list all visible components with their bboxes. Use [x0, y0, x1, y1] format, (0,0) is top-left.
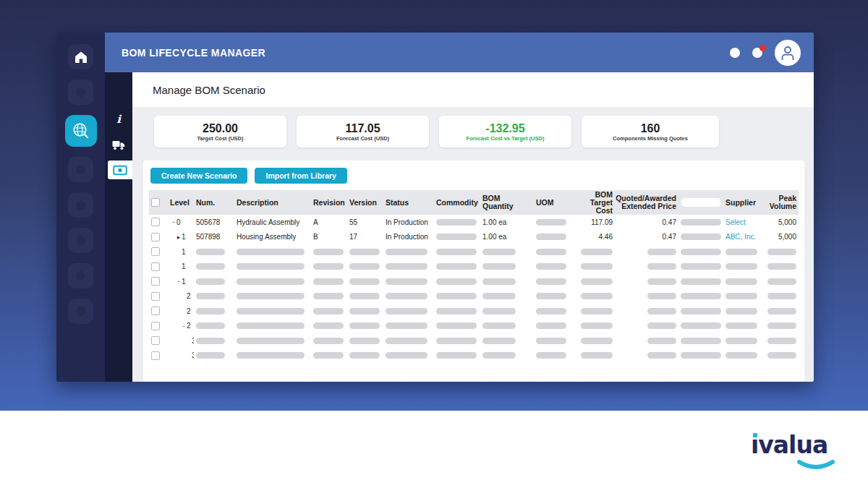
- row-checkbox[interactable]: [151, 233, 160, 241]
- row-checkbox[interactable]: [151, 351, 160, 360]
- stage: BOM LIFECYCLE MANAGER i Ma: [0, 0, 868, 488]
- cell-version: 17: [347, 233, 383, 241]
- sidebar-item-placeholder[interactable]: [68, 80, 93, 105]
- expand-caret-icon[interactable]: -: [181, 322, 187, 330]
- supplier-link[interactable]: ABC, Inc.: [726, 233, 756, 241]
- skeleton-pill: [482, 293, 516, 299]
- expand-caret-icon[interactable]: -: [171, 218, 176, 226]
- notification-icon[interactable]: [752, 48, 762, 58]
- sidebar-item-placeholder[interactable]: [68, 157, 93, 182]
- page-title-bar: Manage BOM Scenario: [132, 72, 814, 107]
- supplier-link[interactable]: Select: [726, 218, 746, 226]
- skeleton-pill: [647, 352, 676, 359]
- cell-status: In Production: [383, 218, 434, 226]
- sidebar-item-placeholder[interactable]: [68, 299, 93, 324]
- skeleton-pill: [482, 352, 516, 359]
- toolbar: Create New Scenario Import from Library: [150, 168, 799, 184]
- skeleton-pill: [349, 249, 380, 255]
- sidebar-item-home[interactable]: [68, 44, 93, 69]
- skeleton-pill: [436, 338, 477, 344]
- header-num: Num.: [194, 199, 234, 207]
- skeleton-pill: [436, 293, 477, 299]
- skeleton-pill: [237, 322, 305, 329]
- skeleton-pill: [349, 322, 380, 329]
- expand-caret-icon[interactable]: -: [176, 278, 182, 285]
- status-dot-icon[interactable]: [730, 48, 740, 58]
- skeleton-pill: [313, 352, 344, 359]
- skeleton-pill: [581, 249, 613, 255]
- rail-item-info[interactable]: i: [105, 108, 132, 130]
- skeleton-pill: [349, 308, 380, 314]
- select-all-checkbox[interactable]: [151, 198, 160, 207]
- header-blank: [678, 198, 723, 207]
- skeleton-pill: [581, 278, 613, 285]
- skeleton-pill: [536, 278, 566, 285]
- skeleton-pill: [196, 249, 225, 255]
- skeleton-pill: [386, 308, 427, 314]
- table-row-skeleton: 3: [149, 348, 799, 364]
- skeleton-pill: [681, 249, 721, 255]
- expand-caret-icon[interactable]: ▸: [176, 234, 182, 241]
- app-title: BOM LIFECYCLE MANAGER: [122, 47, 265, 59]
- user-avatar[interactable]: [775, 40, 801, 66]
- skeleton-pill: [237, 352, 305, 359]
- header-peak_volume: Peak Volume: [765, 194, 799, 210]
- skeleton-pill: [482, 322, 516, 329]
- bom-panel: Create New Scenario Import from Library …: [143, 160, 804, 382]
- skeleton-pill: [386, 263, 427, 270]
- skeleton-pill: [237, 278, 305, 285]
- row-checkbox[interactable]: [151, 262, 160, 271]
- row-checkbox[interactable]: [151, 247, 160, 256]
- sidebar-item-placeholder[interactable]: [68, 192, 93, 218]
- row-checkbox[interactable]: [151, 307, 160, 315]
- table-row-skeleton: -2: [149, 319, 799, 334]
- page-title: Manage BOM Scenario: [153, 84, 265, 96]
- skeleton-pill: [436, 263, 477, 270]
- globe-search-icon: [71, 121, 90, 141]
- cell-peak_volume: 5,000: [765, 218, 799, 226]
- footer-band: [0, 411, 868, 488]
- row-checkbox[interactable]: [151, 218, 160, 226]
- skeleton-pill: [647, 263, 676, 270]
- skeleton-pill: [237, 293, 305, 299]
- import-from-library-button[interactable]: Import from Library: [255, 168, 346, 184]
- skeleton-pill: [681, 322, 721, 329]
- create-new-scenario-button[interactable]: Create New Scenario: [150, 168, 247, 184]
- header-supplier: Supplier: [723, 199, 765, 207]
- body-area: i Manage BOM Scenario 250.00 Target Cost…: [105, 72, 814, 382]
- table-row-skeleton: 3: [149, 333, 799, 348]
- skeleton-pill: [349, 338, 380, 344]
- skeleton-pill: [726, 278, 757, 285]
- sidebar-item-placeholder[interactable]: [68, 228, 93, 253]
- skeleton-pill: [681, 263, 721, 270]
- ivalua-logo-swoosh: [797, 460, 835, 471]
- skeleton-pill: [767, 338, 796, 344]
- skeleton-pill: [536, 219, 566, 226]
- row-checkbox[interactable]: [151, 292, 160, 301]
- rail-item-truck[interactable]: [105, 134, 132, 156]
- cell-num: 505678: [194, 218, 234, 226]
- stat-cards: 250.00 Target Cost (USD) 117.05 Forecast…: [154, 116, 814, 147]
- sidebar-item-placeholder[interactable]: [68, 263, 93, 288]
- cell-description: Housing Assembly: [234, 233, 311, 241]
- sidebar-item-globe-search[interactable]: [65, 115, 97, 147]
- person-icon: [779, 44, 796, 61]
- banknote-icon: [113, 165, 127, 176]
- table-row: -0505678Hydraulic AssemblyA55In Producti…: [149, 215, 799, 230]
- skeleton-pill: [581, 293, 613, 299]
- row-checkbox[interactable]: [151, 336, 160, 345]
- cell-extended_price: 0.47: [615, 218, 678, 226]
- skeleton-pill: [726, 249, 757, 255]
- rail-item-banknote[interactable]: [108, 160, 132, 179]
- skeleton-pill: [436, 308, 477, 314]
- skeleton-pill: [386, 293, 427, 299]
- skeleton-pill: [767, 293, 796, 299]
- skeleton-pill: [237, 308, 305, 314]
- skeleton-pill: [536, 322, 566, 329]
- skeleton-pill: [536, 293, 566, 299]
- header-extended_price: Quoted/Awarded Extended Price: [615, 194, 678, 210]
- row-checkbox[interactable]: [151, 277, 160, 286]
- skeleton-pill: [581, 352, 613, 359]
- row-checkbox[interactable]: [151, 322, 160, 330]
- skeleton-pill: [196, 308, 225, 314]
